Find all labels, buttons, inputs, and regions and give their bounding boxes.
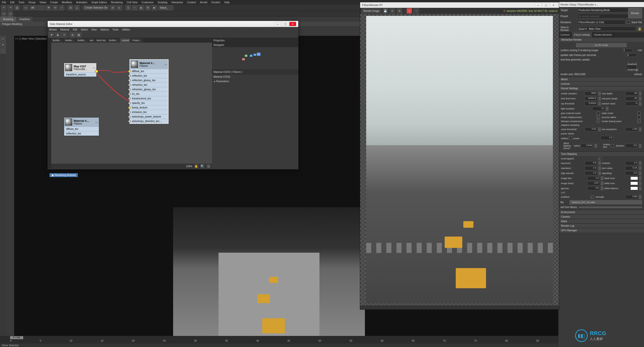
minimize-icon[interactable]: — [274, 22, 281, 26]
slate-tab[interactable]: Back sky [95, 38, 108, 43]
maximize-icon[interactable]: ▢ [282, 22, 289, 26]
section-environment[interactable]: Environment [558, 210, 644, 214]
node-material-2[interactable]: Material #… FStorm — diffuse_tex reflect… [64, 117, 99, 136]
menu-animation[interactable]: Animation [76, 1, 87, 4]
menu-modifiers[interactable]: Modifiers [62, 1, 72, 4]
render-viewport[interactable] [360, 14, 559, 305]
menu-edit[interactable]: Edit [10, 1, 14, 4]
render-setup-icon[interactable]: ⚙ [145, 5, 151, 11]
render-output-dropdown[interactable]: Render Image [362, 8, 381, 13]
slot-bump-texture[interactable]: bump_texture [130, 105, 168, 110]
node-map[interactable]: Map #107 FStormBit… — transform_source [64, 63, 97, 77]
time-slider[interactable]: 0 / 100 [0, 336, 644, 339]
ribbon-tab-freeform[interactable]: Freeform [17, 17, 33, 22]
minimize-icon[interactable]: — [535, 3, 542, 7]
menu-rendering[interactable]: Rendering [111, 1, 123, 4]
window-crossing-icon[interactable]: ◫ [8, 11, 13, 17]
section-license[interactable]: License [558, 82, 644, 86]
redo-icon[interactable]: ↷ [8, 5, 13, 11]
slot[interactable]: reflection_tex [64, 131, 99, 136]
rs-tab[interactable]: Common [558, 32, 572, 37]
slot-transform-source[interactable]: transform_source [64, 72, 96, 77]
layers-icon[interactable]: ☰ [125, 5, 131, 11]
slot-refraction-tex[interactable]: refraction_tex [130, 82, 168, 87]
menu-file[interactable]: File [2, 1, 6, 4]
slot-emission-tex[interactable]: emission_tex [130, 110, 168, 114]
section-gpu-manager[interactable]: GPU Manager [558, 228, 644, 233]
show-map-icon[interactable]: ▦ [76, 32, 82, 38]
menu-interactive[interactable]: Interactive [171, 1, 183, 4]
scale-icon[interactable]: ⤢ [59, 5, 64, 11]
modify-icon[interactable]: ✎ [0, 42, 6, 48]
slate-tab[interactable]: Buildin… [108, 38, 120, 43]
menu-views[interactable]: Views [40, 1, 46, 4]
slot-reflection-glossy-tex[interactable]: reflection_glossy_tex [130, 78, 168, 82]
slot-anisotropy-direction-tex…[interactable]: anisotropy_direction_tex… [130, 119, 168, 123]
slate-browser-collapsed[interactable] [48, 43, 51, 169]
menu-ornatrix[interactable]: Ornatrix [211, 1, 220, 4]
filter-all[interactable]: All [30, 5, 45, 10]
slot-anisotropy-power-texture[interactable]: anisotropy_power_texture [130, 114, 168, 119]
menu-group[interactable]: Group [29, 1, 36, 4]
layout-icon[interactable]: ⊞ [70, 32, 75, 38]
parameters-rollout[interactable]: ▸ Parameters [212, 79, 298, 83]
section-tone[interactable]: Tone Mapping [558, 152, 644, 156]
slate-tab[interactable]: Buildin… [76, 38, 88, 43]
slot-refraction-glossy-tex[interactable]: refraction_glossy_tex [130, 87, 168, 92]
pick-material-icon[interactable]: ✚ [49, 32, 54, 38]
rs-tab[interactable]: Render Elements [592, 32, 614, 37]
mirror-icon[interactable]: ⇄ [110, 5, 116, 11]
slate-menu-options[interactable]: Options [100, 28, 109, 31]
menu-scripting[interactable]: Scripting [157, 1, 167, 4]
menu-tools[interactable]: Tools [18, 1, 24, 4]
select-icon[interactable]: ▭ [23, 5, 29, 11]
maximize-icon[interactable]: ▢ [542, 3, 549, 7]
angle-snap-icon[interactable]: ∠ [74, 5, 80, 11]
menu-arnold[interactable]: Arnold [200, 1, 207, 4]
snap-icon[interactable]: ⊞ [68, 5, 73, 11]
rs-tab[interactable]: FStorm settings [572, 32, 592, 37]
section-glare[interactable]: Glare [558, 219, 644, 223]
undo-icon[interactable]: ↶ [1, 5, 7, 11]
link-icon[interactable]: ⛓ [14, 5, 20, 11]
section-interactive[interactable]: Interactive Render [558, 38, 644, 42]
slate-titlebar[interactable]: Slate Material Editor — ▢ ✕ [48, 21, 298, 27]
slate-menu-select[interactable]: Select [81, 28, 88, 31]
view-dropdown[interactable]: Quad 4 - Main View [577, 26, 636, 31]
rgb-icon[interactable]: ● [407, 8, 412, 14]
section-camera[interactable]: Camera [558, 215, 644, 219]
slot-reflection-tex[interactable]: reflection_tex [130, 73, 168, 78]
slate-menu-view[interactable]: View [91, 28, 97, 31]
section-about[interactable]: About [558, 77, 644, 81]
slot[interactable]: diffuse_tex [64, 127, 99, 131]
assign-icon[interactable]: ◉ [55, 32, 61, 38]
curve-editor-icon[interactable]: 〰 [132, 5, 138, 11]
clone-icon[interactable]: ⧉ [397, 8, 402, 14]
time-handle[interactable]: 0 / 100 [10, 336, 23, 339]
node-material-main[interactable]: Material #… FStorm — diffuse_texreflecti… [129, 59, 169, 124]
create-icon[interactable]: + [0, 36, 6, 42]
save-icon[interactable]: 💾 [383, 8, 388, 14]
navigator[interactable] [212, 47, 298, 70]
menu-content[interactable]: Content [187, 1, 196, 4]
menu-help[interactable]: Help [224, 1, 230, 4]
slate-menu-utilities[interactable]: Utilities [122, 28, 130, 31]
material-editor-icon[interactable]: ◐ [139, 5, 144, 11]
renderer-dropdown[interactable]: FStormRender v1.3.6d [577, 20, 625, 24]
slot-translucence-tex[interactable]: translucence_tex [130, 96, 168, 101]
slot-ior-tex[interactable]: ior_tex [130, 92, 168, 96]
render-preset[interactable]: beaut_ [158, 5, 173, 10]
slate-menu-tools[interactable]: Tools [113, 28, 118, 31]
menu-customize[interactable]: Customize [142, 1, 153, 4]
align-icon[interactable]: ⫸ [117, 5, 122, 11]
slot-diffuse-tex[interactable]: diffuse_tex [130, 69, 168, 73]
render-icon[interactable]: ▶ [152, 5, 157, 11]
selection-region-icon[interactable]: ▭ [1, 11, 7, 17]
slate-tab[interactable]: Asphalt [120, 38, 131, 43]
fit-icon[interactable]: ⊡ [206, 164, 210, 168]
run-rt-button[interactable]: run RT mode [576, 43, 627, 47]
section-kernel[interactable]: Kernel Settings [558, 86, 644, 91]
ribbon-tab-modeling[interactable]: Modeling [0, 17, 17, 22]
render-button[interactable]: Render [628, 8, 642, 18]
menu-graph-editors[interactable]: Graph Editors [91, 1, 107, 4]
